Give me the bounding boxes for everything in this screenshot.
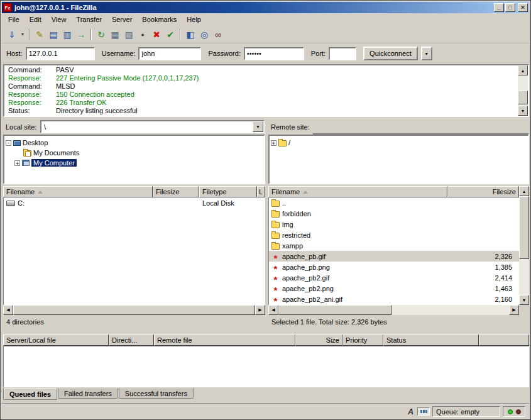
menu-help[interactable]: Help	[182, 14, 206, 25]
quickconnect-button[interactable]: Quickconnect	[363, 47, 418, 60]
remote-list-hscrollbar[interactable]: ◀ ▶	[268, 305, 519, 315]
scroll-right-icon[interactable]: ▶	[509, 305, 519, 315]
filter-icon[interactable]: ◧	[183, 28, 197, 41]
column-status[interactable]: Status	[383, 334, 479, 346]
scroll-thumb[interactable]	[278, 305, 391, 315]
menu-edit[interactable]: Edit	[25, 14, 47, 25]
expand-icon[interactable]: +	[271, 140, 276, 146]
tab-failed-transfers[interactable]: Failed transfers	[58, 388, 118, 399]
site-manager-dropdown-icon[interactable]: ▾	[19, 28, 26, 41]
host-input[interactable]	[26, 47, 95, 60]
column-filename[interactable]: Filename	[268, 186, 447, 197]
scroll-down-icon[interactable]: ▼	[519, 295, 529, 305]
scroll-left-icon[interactable]: ◀	[268, 305, 278, 315]
binary-indicator-icon	[417, 407, 430, 416]
tree-item-my-documents[interactable]: My Documents	[6, 148, 263, 158]
close-button[interactable]: ✕	[518, 3, 528, 12]
remote-file-row[interactable]: apache_pb2.gif 2,414	[269, 272, 519, 283]
toggle-tree-view-icon[interactable]: ▥	[60, 28, 74, 41]
column-server-local-file[interactable]: Server/Local file	[3, 334, 109, 346]
port-input[interactable]	[329, 47, 356, 60]
tree-item-label: /	[288, 139, 290, 146]
abort-icon[interactable]: ▪	[136, 28, 150, 41]
scroll-thumb[interactable]	[13, 305, 255, 315]
scroll-thumb[interactable]	[519, 196, 529, 259]
remote-file-row[interactable]: apache_pb2.png 1,463	[269, 283, 519, 294]
folder-icon	[271, 233, 280, 239]
remote-file-row[interactable]: img	[269, 219, 519, 229]
collapse-icon[interactable]: -	[6, 140, 11, 146]
compare-icon[interactable]: ◎	[197, 28, 211, 41]
tab-successful-transfers[interactable]: Successful transfers	[119, 388, 194, 399]
column-filesize[interactable]: Filesize	[447, 186, 519, 197]
local-list-hscrollbar[interactable]: ◀ ▶	[3, 305, 265, 315]
edit-icon[interactable]: ✎	[33, 28, 47, 41]
ascii-datatype-icon: A	[407, 407, 415, 416]
remote-file-row[interactable]: apache_pb.png 1,385	[269, 262, 519, 272]
remote-file-row[interactable]: restricted	[269, 229, 519, 240]
tree-item-label-selected: My Computer	[31, 159, 77, 167]
queue-tabs: Queued files Failed transfers Successful…	[3, 388, 194, 401]
verify-icon[interactable]: ✔	[163, 28, 177, 41]
tab-queued-files[interactable]: Queued files	[3, 388, 57, 400]
remote-file-row[interactable]: xampp	[269, 240, 519, 251]
column-filesize[interactable]: Filesize	[153, 186, 199, 197]
column-filename[interactable]: Filename	[3, 186, 153, 197]
password-input[interactable]	[244, 47, 304, 60]
toggle-log-view-icon[interactable]: ▤	[47, 28, 60, 41]
scroll-up-icon[interactable]: ▲	[519, 186, 529, 196]
transfer-queue-list[interactable]	[3, 346, 529, 387]
scroll-thumb[interactable]	[518, 91, 528, 104]
tree-item-root[interactable]: + /	[271, 138, 527, 148]
process-queue-icon[interactable]: ▦	[108, 28, 122, 41]
column-remote-file[interactable]: Remote file	[154, 334, 295, 346]
toolbar: ⇓ ▾ ✎ ▤ ▥ → ↻ ▦ ▧ ▪ ✖ ✔ ◧ ◎ ∞	[2, 26, 529, 43]
menu-file[interactable]: File	[3, 14, 25, 25]
column-priority[interactable]: Priority	[342, 334, 383, 346]
scroll-right-icon[interactable]: ▶	[255, 305, 265, 315]
username-input[interactable]	[138, 47, 201, 60]
quickconnect-bar: Host: Username: Password: Port: Quickcon…	[2, 43, 529, 64]
column-direction[interactable]: Directi...	[109, 334, 154, 346]
local-site-combo[interactable]: \ ▼	[40, 120, 265, 133]
queue-view-icon[interactable]: ▧	[122, 28, 136, 41]
log-line: Response:150 Connection accepted	[8, 91, 517, 99]
remote-list-vscrollbar[interactable]: ▲ ▼	[519, 186, 529, 305]
remote-file-row[interactable]: forbidden	[269, 208, 519, 219]
toolbar-separator	[29, 29, 30, 40]
remote-file-row[interactable]: ..	[269, 197, 519, 208]
site-manager-icon[interactable]: ⇓	[5, 28, 19, 41]
scroll-down-icon[interactable]: ▼	[518, 106, 528, 116]
cancel-icon[interactable]: ✖	[150, 28, 163, 41]
local-file-list: C: Local Disk	[3, 197, 265, 305]
sync-browse-icon[interactable]: →	[74, 28, 88, 41]
menu-view[interactable]: View	[47, 14, 72, 25]
remote-file-row-selected[interactable]: apache_pb.gif 2,326	[269, 251, 519, 262]
remote-status-text: Selected 1 file. Total size: 2,326 bytes	[268, 317, 529, 327]
minimize-button[interactable]: _	[494, 3, 504, 12]
column-size[interactable]: Size	[295, 334, 342, 346]
image-file-icon	[271, 275, 280, 281]
tree-item-desktop[interactable]: - Desktop	[6, 138, 263, 148]
desktop-icon	[13, 140, 21, 146]
column-filetype[interactable]: Filetype	[199, 186, 257, 197]
scroll-left-icon[interactable]: ◀	[3, 305, 13, 315]
title-bar[interactable]: Fz john@127.0.0.1 - FileZilla _ □ ✕	[2, 2, 529, 13]
menu-transfer[interactable]: Transfer	[71, 14, 107, 25]
find-binoculars-icon[interactable]: ∞	[211, 28, 225, 41]
local-file-row[interactable]: C: Local Disk	[4, 197, 265, 208]
column-last-modified[interactable]: L	[257, 186, 265, 197]
combo-dropdown-icon[interactable]: ▼	[253, 121, 263, 132]
scroll-up-icon[interactable]: ▲	[518, 65, 528, 75]
refresh-icon[interactable]: ↻	[94, 28, 108, 41]
folder-icon	[278, 140, 287, 146]
tree-item-my-computer[interactable]: + My Computer	[6, 158, 263, 168]
menu-server[interactable]: Server	[107, 14, 137, 25]
remote-file-row[interactable]: apache_pb2_ani.gif 2,160	[269, 294, 519, 304]
menu-bookmarks[interactable]: Bookmarks	[137, 14, 182, 25]
quickconnect-dropdown-icon[interactable]: ▼	[421, 47, 432, 60]
send-led-icon	[516, 409, 521, 414]
expand-icon[interactable]: +	[14, 160, 20, 166]
log-scrollbar[interactable]: ▲ ▼	[518, 65, 528, 116]
maximize-button[interactable]: □	[505, 3, 515, 12]
